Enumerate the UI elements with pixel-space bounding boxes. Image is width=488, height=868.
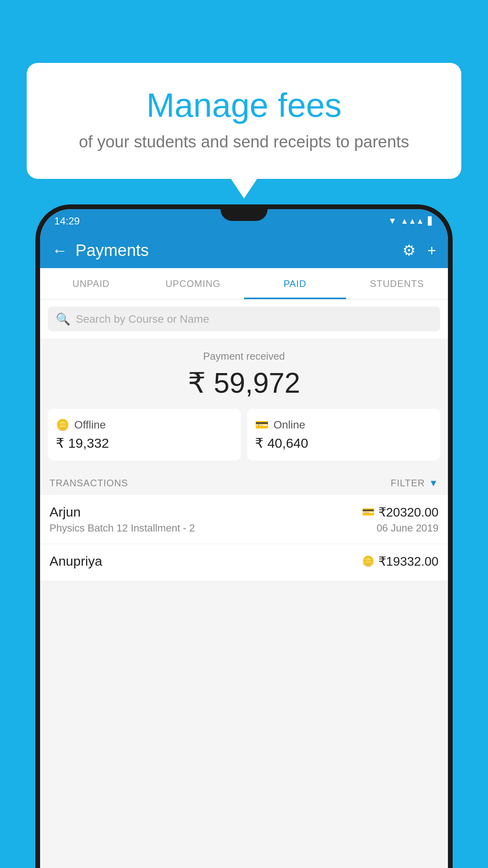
offline-amount: ₹ 19,332: [56, 435, 233, 451]
phone-screen: 14:29 ▼ ▲▲▲ ▋ ← Payments ⚙ + UNPAID UPCO…: [40, 209, 448, 868]
transaction-name: Anupriya: [50, 554, 102, 569]
search-container: 🔍 Search by Course or Name: [40, 300, 448, 338]
transactions-header: TRANSACTIONS FILTER ▼: [40, 468, 448, 495]
filter-label: FILTER: [391, 478, 425, 489]
back-button[interactable]: ←: [52, 242, 68, 259]
table-row[interactable]: Anupriya 🪙 ₹19332.00: [40, 544, 448, 581]
bubble-title: Manage fees: [50, 86, 438, 124]
transaction-top-arjun: Arjun 💳 ₹20320.00: [50, 504, 438, 520]
transaction-top-anupriya: Anupriya 🪙 ₹19332.00: [50, 554, 438, 569]
payment-received-section: Payment received ₹ 59,972 🪙 Offline ₹ 19…: [40, 338, 448, 468]
tab-unpaid[interactable]: UNPAID: [40, 268, 142, 299]
transaction-desc: Physics Batch 12 Installment - 2: [50, 522, 195, 534]
tab-paid[interactable]: PAID: [244, 268, 346, 299]
status-icons: ▼ ▲▲▲ ▋: [388, 216, 434, 226]
speech-bubble: Manage fees of your students and send re…: [27, 63, 461, 179]
transaction-amount-wrap-2: 🪙 ₹19332.00: [362, 554, 438, 569]
payment-total-amount: ₹ 59,972: [48, 366, 440, 399]
search-icon: 🔍: [56, 312, 70, 326]
payment-received-label: Payment received: [48, 350, 440, 362]
filter-icon: ▼: [429, 478, 438, 489]
offline-card: 🪙 Offline ₹ 19,332: [48, 409, 241, 460]
table-row[interactable]: Arjun 💳 ₹20320.00 Physics Batch 12 Insta…: [40, 495, 448, 544]
online-icon: 💳: [255, 418, 269, 431]
offline-icon: 🪙: [56, 418, 70, 431]
app-bar: ← Payments ⚙ +: [40, 233, 448, 268]
transactions-label: TRANSACTIONS: [50, 478, 128, 489]
add-icon[interactable]: +: [427, 242, 436, 259]
transaction-date: 06 June 2019: [376, 522, 438, 534]
offline-card-header: 🪙 Offline: [56, 418, 233, 431]
battery-icon: ▋: [428, 216, 434, 226]
search-bar[interactable]: 🔍 Search by Course or Name: [48, 307, 440, 331]
online-amount: ₹ 40,640: [255, 435, 432, 451]
transaction-name: Arjun: [50, 504, 81, 520]
app-title: Payments: [75, 241, 394, 260]
payment-cards: 🪙 Offline ₹ 19,332 💳 Online ₹ 40,640: [48, 409, 440, 460]
cash-icon: 🪙: [362, 555, 374, 567]
bubble-subtitle: of your students and send receipts to pa…: [50, 132, 438, 151]
tab-bar: UNPAID UPCOMING PAID STUDENTS: [40, 268, 448, 300]
transaction-amount-2: ₹19332.00: [378, 554, 438, 569]
online-label: Online: [273, 419, 305, 431]
tab-students[interactable]: STUDENTS: [346, 268, 448, 299]
credit-card-icon: 💳: [362, 506, 374, 518]
status-time: 14:29: [54, 215, 80, 227]
phone-frame: 14:29 ▼ ▲▲▲ ▋ ← Payments ⚙ + UNPAID UPCO…: [35, 204, 453, 868]
tab-upcoming[interactable]: UPCOMING: [142, 268, 244, 299]
transaction-list: Arjun 💳 ₹20320.00 Physics Batch 12 Insta…: [40, 495, 448, 581]
search-placeholder: Search by Course or Name: [76, 313, 209, 326]
transaction-amount: ₹20320.00: [378, 505, 438, 520]
transaction-bottom-arjun: Physics Batch 12 Installment - 2 06 June…: [50, 522, 438, 534]
notch: [220, 204, 268, 221]
online-card: 💳 Online ₹ 40,640: [247, 409, 440, 460]
app-bar-icons: ⚙ +: [402, 242, 436, 259]
wifi-icon: ▼: [388, 216, 397, 226]
settings-icon[interactable]: ⚙: [402, 242, 416, 259]
online-card-header: 💳 Online: [255, 418, 432, 431]
signal-icon: ▲▲▲: [401, 217, 424, 226]
transaction-amount-wrap: 💳 ₹20320.00: [362, 505, 438, 520]
offline-label: Offline: [74, 419, 106, 431]
filter-button[interactable]: FILTER ▼: [391, 478, 438, 489]
